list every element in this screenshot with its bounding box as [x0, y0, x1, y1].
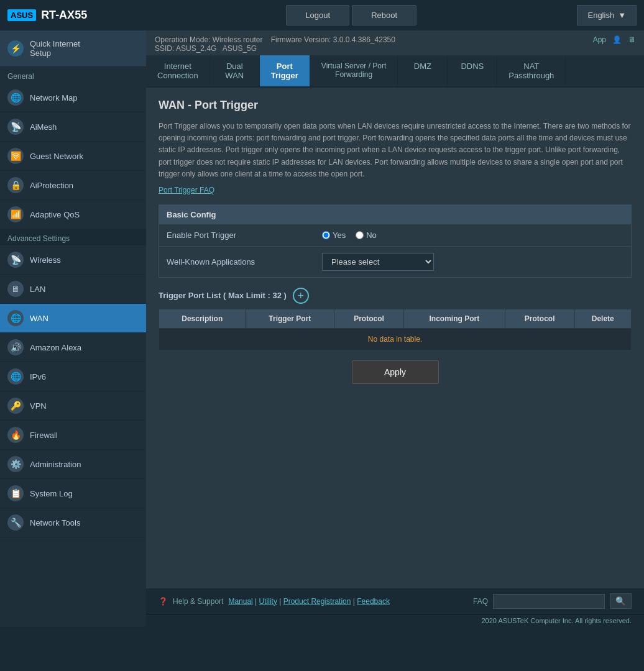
faq-search-button[interactable]: 🔍 [610, 593, 632, 609]
enable-port-trigger-row: Enable Port Trigger Yes No [159, 224, 631, 247]
apply-button[interactable]: Apply [352, 360, 439, 384]
tab-virtual-server[interactable]: Virtual Server / Port Forwarding [310, 55, 398, 86]
person-icon[interactable]: 👤 [612, 35, 622, 44]
sidebar-item-network-tools[interactable]: 🔧 Network Tools [0, 508, 146, 537]
quick-setup-label: Quick Internet Setup [30, 39, 80, 58]
sidebar-item-label: LAN [30, 285, 45, 294]
sidebar-item-ipv6[interactable]: 🌐 IPv6 [0, 362, 146, 391]
firmware-link[interactable]: 3.0.0.4.386_42350 [333, 35, 395, 44]
port-trigger-faq-link[interactable]: Port Trigger FAQ [159, 186, 214, 194]
sidebar-item-label: IPv6 [30, 372, 46, 381]
sidebar-item-wan[interactable]: 🌐 WAN [0, 304, 146, 333]
enable-yes-option[interactable]: Yes [322, 231, 346, 240]
ssid-24-link[interactable]: ASUS_2.4G [176, 44, 216, 53]
add-trigger-button[interactable]: + [293, 288, 309, 304]
alexa-icon: 🔊 [7, 339, 24, 355]
quick-internet-setup[interactable]: ⚡ Quick Internet Setup [0, 30, 146, 67]
col-protocol-1: Protocol [334, 309, 404, 328]
logo-area: ASUS RT-AX55 [7, 9, 126, 22]
col-trigger-port: Trigger Port [246, 309, 334, 328]
col-description: Description [159, 309, 246, 328]
enable-no-radio[interactable] [356, 231, 364, 239]
model-name: RT-AX55 [41, 9, 87, 22]
sidebar-item-adaptive-qos[interactable]: 📶 Adaptive QoS [0, 200, 146, 229]
page-content: WAN - Port Trigger Port Trigger allows y… [146, 88, 644, 588]
tab-dmz[interactable]: DMZ [398, 55, 448, 86]
aimesh-icon: 📡 [7, 119, 24, 135]
info-text: Operation Mode: Wireless router Firmware… [155, 35, 395, 53]
sidebar-item-aiprotection[interactable]: 🔒 AiProtection [0, 171, 146, 200]
col-delete: Delete [574, 309, 631, 328]
sidebar-item-system-log[interactable]: 📋 System Log [0, 479, 146, 508]
sidebar-item-label: Adaptive QoS [30, 210, 80, 219]
network-tools-icon: 🔧 [7, 514, 24, 531]
copyright-bar: 2020 ASUSTeK Computer Inc. All rights re… [146, 614, 644, 627]
enable-no-option[interactable]: No [356, 231, 377, 240]
chevron-down-icon: ▼ [618, 11, 626, 20]
ssid-label: SSID: [155, 44, 174, 53]
language-button[interactable]: English ▼ [577, 5, 637, 25]
tab-internet-connection[interactable]: Internet Connection [146, 55, 210, 86]
reboot-button[interactable]: Reboot [352, 5, 416, 25]
logout-button[interactable]: Logout [286, 5, 349, 25]
enable-port-trigger-label: Enable Port Trigger [167, 231, 322, 240]
sidebar-item-guest-network[interactable]: 🛜 Guest Network [0, 142, 146, 171]
help-label: Help & Support [173, 597, 223, 606]
lan-icon: 🖥 [7, 281, 24, 297]
sidebar-item-wireless[interactable]: 📡 Wireless [0, 245, 146, 275]
sidebar-item-label: Wireless [30, 255, 61, 265]
ssid-5-link[interactable]: ASUS_5G [223, 44, 257, 53]
ipv6-icon: 🌐 [7, 368, 24, 385]
enable-yes-label: Yes [333, 231, 346, 240]
faq-label: FAQ [473, 597, 488, 606]
tab-nat-passthrough[interactable]: NAT Passthrough [497, 55, 566, 86]
sidebar-item-label: AiMesh [30, 122, 57, 132]
operation-mode-label: Operation Mode: [155, 35, 210, 44]
well-known-apps-select[interactable]: Please select [322, 253, 434, 271]
col-incoming-port: Incoming Port [403, 309, 505, 328]
tab-dual-wan[interactable]: Dual WAN [210, 55, 260, 86]
utility-link[interactable]: Utility [259, 597, 277, 606]
content-area: Operation Mode: Wireless router Firmware… [146, 30, 644, 627]
faq-search-input[interactable] [493, 594, 605, 609]
sidebar-item-firewall[interactable]: 🔥 Firewall [0, 421, 146, 450]
sidebar-item-administration[interactable]: ⚙️ Administration [0, 450, 146, 479]
page-description: Port Trigger allows you to temporarily o… [159, 121, 632, 180]
enable-no-label: No [366, 231, 377, 240]
sidebar-item-lan[interactable]: 🖥 LAN [0, 275, 146, 304]
language-label: English [587, 11, 614, 20]
feedback-link[interactable]: Feedback [357, 597, 390, 606]
sidebar-item-label: Guest Network [30, 152, 83, 161]
well-known-apps-row: Well-Known Applications Please select [159, 247, 631, 277]
operation-mode-link[interactable]: Wireless router [213, 35, 263, 44]
sidebar-item-label: Administration [30, 460, 81, 469]
copyright-text: 2020 ASUSTeK Computer Inc. All rights re… [481, 617, 632, 624]
advanced-section-label: Advanced Settings [0, 229, 146, 245]
enable-yes-radio[interactable] [322, 231, 330, 239]
page-title: WAN - Port Trigger [159, 99, 632, 112]
well-known-apps-label: Well-Known Applications [167, 257, 322, 267]
product-reg-link[interactable]: Product Registration [283, 597, 351, 606]
sidebar-item-label: Network Tools [30, 518, 80, 527]
sidebar-item-label: Amazon Alexa [30, 343, 81, 352]
trigger-list-header: Trigger Port List ( Max Limit : 32 ) + [159, 288, 632, 304]
footer-faq: FAQ 🔍 [473, 593, 632, 609]
table-row-no-data: No data in table. [159, 328, 632, 350]
basic-config-section: Basic Config Enable Port Trigger Yes No [159, 204, 632, 278]
firewall-icon: 🔥 [7, 427, 24, 443]
monitor-icon[interactable]: 🖥 [628, 35, 635, 44]
tab-ddns[interactable]: DDNS [448, 55, 497, 86]
vpn-icon: 🔑 [7, 398, 24, 414]
footer-left: ❓ Help & Support Manual | Utility | Prod… [159, 597, 390, 606]
admin-icon: ⚙️ [7, 456, 24, 472]
sidebar-item-aimesh[interactable]: 📡 AiMesh [0, 112, 146, 142]
info-bar-icons: App 👤 🖥 [593, 35, 635, 44]
sidebar-item-network-map[interactable]: 🌐 Network Map [0, 83, 146, 112]
quick-setup-icon: ⚡ [7, 40, 24, 57]
sidebar-item-label: System Log [30, 489, 73, 498]
sidebar-item-amazon-alexa[interactable]: 🔊 Amazon Alexa [0, 333, 146, 362]
wireless-icon: 📡 [7, 252, 24, 268]
manual-link[interactable]: Manual [228, 597, 252, 606]
sidebar-item-vpn[interactable]: 🔑 VPN [0, 391, 146, 421]
tab-port-trigger[interactable]: Port Trigger [260, 55, 310, 86]
